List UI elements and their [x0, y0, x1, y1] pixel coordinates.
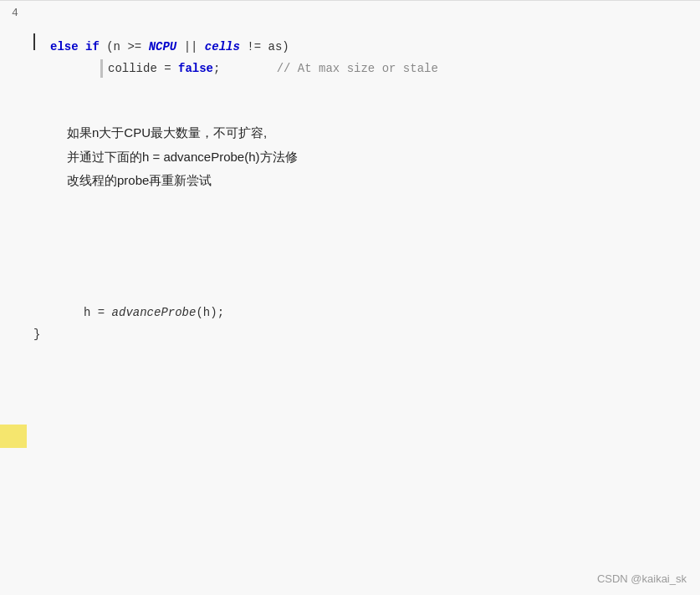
annotation-line-3: 改线程的probe再重新尝试: [67, 169, 683, 193]
comment-text: // At max size or stale: [220, 58, 437, 79]
yellow-highlight: [0, 425, 27, 448]
code-semicolon: ;: [213, 58, 220, 79]
csdn-watermark: CSDN @kaikai_sk: [597, 572, 687, 585]
annotation-block: 如果n大于CPU最大数量，不可扩容, 并通过下面的h = advanceProb…: [33, 104, 700, 210]
var-cells: cells: [205, 36, 240, 58]
code-content: else if (n >= NCPU || cells != as) colli…: [33, 4, 700, 345]
keyword-else-if: else if: [50, 36, 106, 58]
code-h-assign: h =: [84, 302, 112, 323]
code-line-1: else if (n >= NCPU || cells != as): [33, 36, 700, 58]
annotation-line-1: 如果n大于CPU最大数量，不可扩容,: [67, 121, 683, 145]
line-number-4: 4: [12, 7, 18, 19]
var-ncpu: NCPU: [149, 36, 177, 58]
annotation-line-2: 并通过下面的h = advanceProbe(h)方法修: [67, 145, 683, 170]
code-closing-brace: }: [33, 323, 700, 345]
keyword-false: false: [178, 58, 213, 79]
code-h-param: (h);: [196, 302, 224, 323]
top-border: [0, 0, 700, 1]
code-advance-probe: advanceProbe: [112, 302, 197, 323]
text-cursor: [33, 33, 35, 50]
code-line-2: collide = false ; // At max size or stal…: [33, 58, 700, 79]
code-line-bottom: h = advanceProbe (h);: [33, 302, 700, 323]
code-paren-open: (n >=: [106, 36, 148, 58]
vertical-bar: [100, 59, 103, 78]
code-container: 4 else if (n >= NCPU || cells != as) col…: [0, 0, 700, 595]
code-collide: collide =: [108, 58, 178, 79]
brace-text: }: [33, 323, 40, 345]
code-neq: != as): [240, 36, 289, 58]
code-or-operator: ||: [176, 36, 205, 58]
